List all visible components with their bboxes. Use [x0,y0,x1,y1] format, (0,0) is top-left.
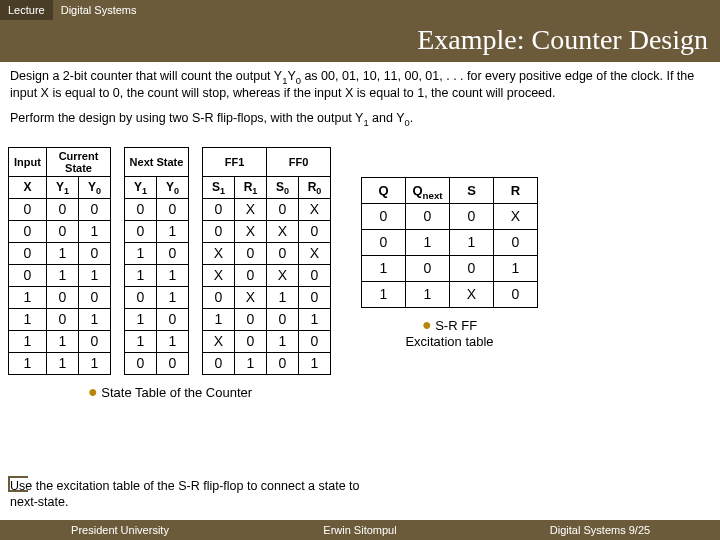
table-row: 01111X0X0 [9,264,331,286]
table-row: 100010X10 [9,286,331,308]
state-table-group-header: Input Current State Next State FF1 FF0 [9,147,331,176]
tables-container: Input Current State Next State FF1 FF0 X… [0,147,720,401]
table-row: 101101001 [9,308,331,330]
footer-author: Erwin Sitompul [240,524,480,536]
table-row: 000X [362,203,538,229]
table-row: 0110 [362,229,538,255]
problem-statement: Design a 2-bit counter that will count t… [10,68,710,102]
excite-header: Q Qnext S R [362,177,538,203]
table-row: 001010XX0 [9,220,331,242]
slide-title: Example: Counter Design [0,20,720,62]
header-course: Digital Systems [53,2,145,18]
footer-university: President University [0,524,240,536]
table-row: 111000101 [9,352,331,374]
excitation-table: Q Qnext S R 000X0110100111X0 [361,177,538,308]
header-bar: Lecture Digital Systems [0,0,720,20]
use-excitation-note: Use the excitation table of the S-R flip… [10,478,390,511]
design-instruction: Perform the design by using two S-R flip… [10,110,710,127]
table-row: 000000X0X [9,198,331,220]
state-table: Input Current State Next State FF1 FF0 X… [8,147,331,375]
header-lecture: Lecture [0,0,53,20]
table-row: 11X0 [362,281,538,307]
state-table-block: Input Current State Next State FF1 FF0 X… [8,147,331,401]
footer: President University Erwin Sitompul Digi… [0,520,720,540]
state-table-caption: ● State Table of the Counter [88,383,331,401]
state-table-sub-header: X Y1 Y0 Y1 Y0 S1 R1 S0 R0 [9,176,331,198]
excitation-table-block: Q Qnext S R 000X0110100111X0 ● S-R FF Ex… [361,177,538,349]
excitation-caption: ● S-R FF Excitation table [361,316,538,349]
table-row: 11011X010 [9,330,331,352]
content-area: Design a 2-bit counter that will count t… [0,62,720,141]
table-row: 01010X00X [9,242,331,264]
footer-page: Digital Systems 9/25 [480,524,720,536]
table-row: 1001 [362,255,538,281]
